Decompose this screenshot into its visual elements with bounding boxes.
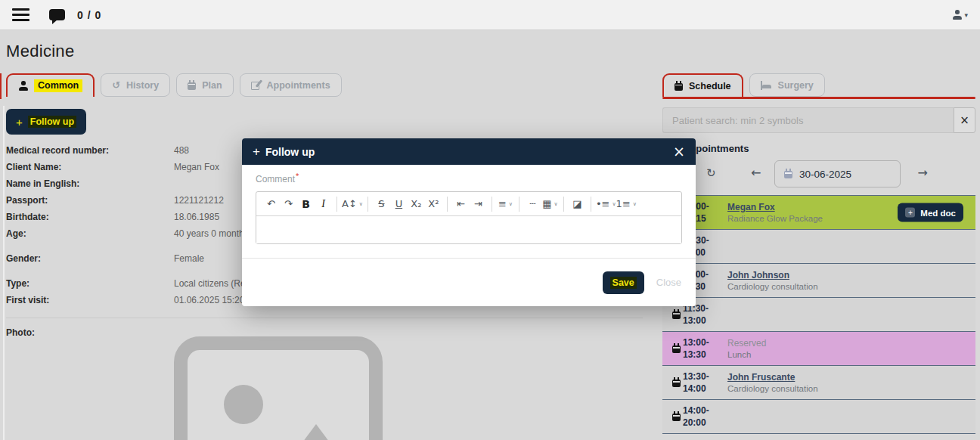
modal-header: + Follow up × [242,138,696,165]
panel-edge-divider [3,106,5,440]
tab-schedule[interactable]: Schedule [662,73,743,97]
appointment-row[interactable]: 11:30- 13:00 [662,298,975,332]
table-icon[interactable]: ▦∨ [541,195,559,213]
user-menu[interactable]: ▾ [952,10,968,20]
comment-editor[interactable] [256,216,681,243]
appointment-row[interactable]: 14:00- 20:00 [662,400,975,434]
appointment-row[interactable]: 13:00- 13:30 Reserved Lunch [662,332,975,366]
chevron-down-icon: ∨ [509,201,513,207]
tab-plan[interactable]: Plan [176,73,233,97]
active-tab-edge-marker [0,73,2,99]
detail-label: Client Name: [6,162,168,172]
italic-icon[interactable]: I [315,195,332,213]
plus-icon: + [253,144,260,160]
detail-value: 1221121212 [174,195,224,206]
med-doc-button[interactable]: + Med doc [898,203,963,222]
redo-icon[interactable]: ↷ [280,195,297,213]
modal-footer: Save Close [242,258,696,306]
schedule-tabs: Schedule Surgery [662,73,975,97]
follow-up-button[interactable]: + Follow up [6,109,86,135]
patient-link[interactable]: Megan Fox [727,202,823,212]
detail-label: Gender: [6,253,168,264]
rich-text-editor: ↶↷BIA↕∨SUX₂X²⇤⇥≡∨┄▦∨◪•≡∨1≡∨ [256,191,682,244]
bed-icon [761,81,772,90]
refresh-icon[interactable]: ↻ [706,166,716,180]
search-input[interactable] [662,107,954,133]
undo-icon[interactable]: ↶ [262,195,280,213]
underline-icon[interactable]: U [390,195,408,213]
appointment-row[interactable]: 13:30- 14:00 John Fruscante Cardiology c… [662,366,975,400]
calendar-icon [672,380,681,387]
bold-icon[interactable]: B [297,195,315,213]
appointment-row[interactable]: 10:30- 11:00 [662,230,975,264]
patient-link[interactable]: John Johnson [727,270,818,280]
appointment-desc: Cardiology consultation [727,384,818,393]
chevron-down-icon: ∨ [554,201,558,207]
reserved-label: Reserved [727,338,766,349]
follow-up-modal: + Follow up × Comment* ↶↷BIA↕∨SUX₂X²⇤⇥≡∨… [242,138,696,306]
clear-search-button[interactable]: × [954,107,975,133]
chat-icon[interactable] [49,9,65,20]
tab-common[interactable]: Common [6,73,95,97]
plus-icon: + [16,116,23,129]
chevron-down-icon: ▾ [964,11,968,19]
tab-appointments[interactable]: Appointments [240,73,342,97]
subscript-icon[interactable]: X₂ [408,195,425,213]
detail-label: Age: [6,228,168,239]
date-value: 30-06-2025 [799,169,851,180]
image-icon[interactable]: ◪ [569,195,586,213]
tab-history[interactable]: ↺ History [101,73,170,97]
bullet-list-icon[interactable]: •≡∨ [596,195,616,213]
editor-toolbar: ↶↷BIA↕∨SUX₂X²⇤⇥≡∨┄▦∨◪•≡∨1≡∨ [256,192,681,216]
toolbar-divider [447,197,448,212]
detail-value: Local citizens (Ret [174,278,248,289]
calendar-icon [672,311,681,319]
comment-field-label: Comment [256,174,295,184]
appointment-row[interactable]: 10:00- 10:15 Megan Fox Radiance Glow Pac… [662,196,975,230]
tab-label: History [126,80,159,91]
save-button[interactable]: Save [603,271,644,294]
next-day-arrow-icon[interactable]: → [918,166,928,180]
med-doc-label: Med doc [920,208,956,217]
indent-icon[interactable]: ⇥ [470,195,487,213]
close-button[interactable]: Close [653,277,684,288]
tab-label: Surgery [778,80,814,91]
numbered-list-icon[interactable]: 1≡∨ [616,195,637,213]
calendar-icon [188,82,196,90]
close-icon: × [960,113,969,127]
patient-tabs: Common ↺ History Plan Appointments [6,73,643,97]
tab-surgery[interactable]: Surgery [749,73,825,97]
patient-link[interactable]: John Fruscante [727,372,818,383]
active-tab-underline [662,97,975,99]
detail-value: 40 years 0 months [174,228,249,239]
align-icon[interactable]: ≡∨ [497,195,514,213]
superscript-icon[interactable]: X² [425,195,442,213]
appointment-info: John Johnson Cardiology consultation [727,270,818,291]
plus-icon: + [905,208,915,218]
detail-value: Female [174,253,204,264]
horizontal-rule-icon[interactable]: ┄ [524,195,541,213]
modal-body: Comment* ↶↷BIA↕∨SUX₂X²⇤⇥≡∨┄▦∨◪•≡∨1≡∨ [242,165,696,244]
calendar-icon [672,414,681,421]
close-icon[interactable]: × [673,144,685,159]
date-picker[interactable]: 30-06-2025 [774,160,901,187]
chevron-down-icon: ∨ [633,201,637,207]
required-asterisk: * [296,172,299,181]
prev-day-arrow-icon[interactable]: ← [751,166,761,180]
tab-label: Common [34,79,82,92]
strikethrough-icon[interactable]: S [373,195,390,213]
time-slot: 14:00- 20:00 [683,404,718,429]
outdent-icon[interactable]: ⇤ [452,195,470,213]
hamburger-menu-icon[interactable] [12,14,29,16]
notification-counter: 0 / 0 [77,9,101,21]
appointment-row[interactable]: 11:00- 11:30 John Johnson Cardiology con… [662,264,975,298]
appointment-info: Reserved Lunch [727,338,766,359]
font-size-icon[interactable]: A↕∨ [342,195,363,213]
patient-search: × [662,107,975,133]
toolbar-divider [519,197,519,212]
slot-end: 20:00 [683,417,718,429]
toolbar-divider [563,197,564,212]
chevron-down-icon: ∨ [359,201,363,207]
tab-label: Plan [202,80,222,91]
appointments-list: 10:00- 10:15 Megan Fox Radiance Glow Pac… [662,195,975,434]
